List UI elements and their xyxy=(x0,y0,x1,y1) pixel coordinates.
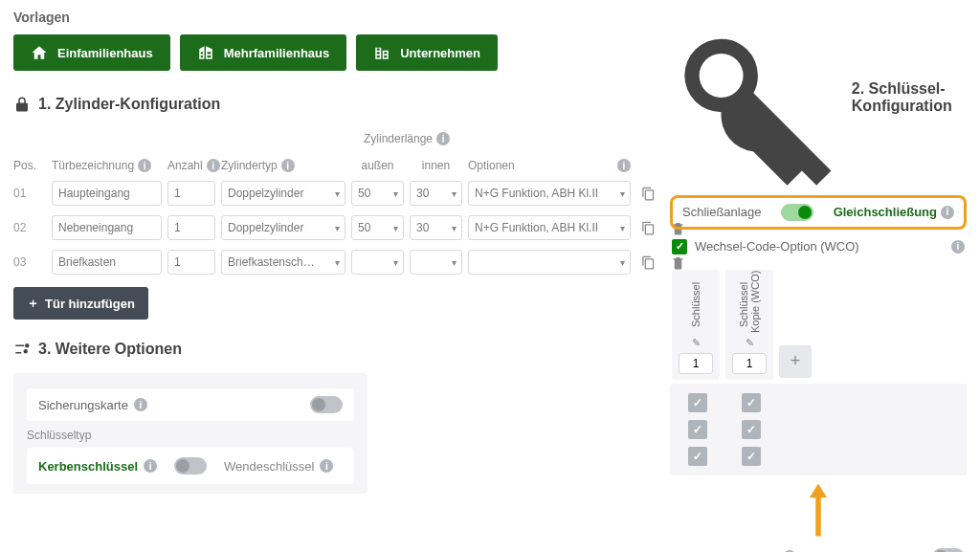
wco-label: Wechsel-Code-Option (WCO) xyxy=(695,239,859,254)
key-icon xyxy=(670,10,846,186)
mode-toggle-row: Schließanlage Gleichschließungi xyxy=(670,195,967,230)
qty-input[interactable] xyxy=(167,215,215,240)
options-select[interactable] xyxy=(468,250,631,275)
matrix-checkbox[interactable] xyxy=(742,447,761,466)
cylinder-table: Zylinderlängei Pos. Türbezeichnungi Anza… xyxy=(13,128,658,279)
step2-header: 2. Schlüssel-Konfiguration xyxy=(670,10,967,186)
row-pos: 02 xyxy=(13,221,46,234)
info-icon[interactable]: i xyxy=(320,459,333,473)
length-group-label: Zylinderlängei xyxy=(351,132,462,145)
mode-schlieSSanlage[interactable]: Schließanlage xyxy=(682,205,761,219)
key-col-label: Schlüssel Kopie (WCO) xyxy=(738,276,761,333)
security-card-label: Sicherungskarte xyxy=(38,398,128,412)
template-label: Mehrfamilienhaus xyxy=(224,46,330,60)
inner-select[interactable] xyxy=(410,181,462,206)
template-btn-mehrfamilienhaus[interactable]: Mehrfamilienhaus xyxy=(180,34,347,71)
key-qty-input-2[interactable] xyxy=(732,353,767,374)
sliders-icon xyxy=(13,341,31,358)
key-col-wco: Schlüssel Kopie (WCO) ✎ xyxy=(725,270,773,380)
table-row: 01 xyxy=(13,176,658,210)
matrix-checkbox[interactable] xyxy=(688,393,707,412)
matrix-checkbox[interactable] xyxy=(742,420,761,439)
th-pos: Pos. xyxy=(13,159,46,172)
table-row: 03 xyxy=(13,245,658,279)
add-door-label: Tür hinzufügen xyxy=(45,297,135,311)
key-col-schluessel: Schlüssel ✎ xyxy=(672,270,720,380)
key-matrix: Schlüssel ✎ Schlüssel Kopie (WCO) ✎ + xyxy=(670,266,967,475)
copy-row-button[interactable] xyxy=(636,185,660,203)
copy-row-button[interactable] xyxy=(636,254,660,272)
add-door-button[interactable]: ＋ Tür hinzufügen xyxy=(13,287,148,320)
outer-select[interactable] xyxy=(351,250,404,275)
template-btn-unternehmen[interactable]: Unternehmen xyxy=(356,34,498,71)
matrix-checkbox[interactable] xyxy=(742,393,761,412)
matrix-checkbox[interactable] xyxy=(688,447,707,466)
info-icon[interactable]: i xyxy=(951,240,965,254)
keytype-label: Schlüsseltyp xyxy=(27,429,354,442)
info-icon[interactable]: i xyxy=(281,159,295,172)
cylinder-type-select[interactable] xyxy=(221,181,345,206)
key-qty-input-1[interactable] xyxy=(679,353,713,374)
outer-select[interactable] xyxy=(351,215,404,240)
info-icon[interactable]: i xyxy=(617,159,631,172)
row-pos: 01 xyxy=(13,187,46,200)
lock-icon xyxy=(13,96,31,113)
building-icon xyxy=(197,44,214,61)
matrix-row xyxy=(672,416,965,443)
qty-input[interactable] xyxy=(167,250,215,275)
inner-select[interactable] xyxy=(410,250,462,275)
door-name-input[interactable] xyxy=(52,250,162,275)
door-name-input[interactable] xyxy=(52,215,162,240)
inner-select[interactable] xyxy=(410,215,462,240)
key-col-label: Schlüssel xyxy=(690,276,702,333)
options-box: Sicherungskartei Schlüsseltyp Kerbenschl… xyxy=(13,373,368,494)
matrix-row xyxy=(672,389,965,416)
th-options: Optioneni xyxy=(468,159,631,172)
options-select[interactable] xyxy=(468,215,631,240)
th-qty: Anzahli xyxy=(167,159,215,172)
door-name-input[interactable] xyxy=(52,181,162,206)
matrix-checkbox[interactable] xyxy=(688,420,707,439)
copy-row-button[interactable] xyxy=(636,219,660,237)
qty-input[interactable] xyxy=(167,181,215,206)
plus-icon: ＋ xyxy=(27,295,39,312)
keytype-toggle[interactable] xyxy=(174,457,207,475)
options-select[interactable] xyxy=(468,181,631,206)
mode-gleichschliessung[interactable]: Gleichschließung xyxy=(834,205,937,219)
info-icon[interactable]: i xyxy=(207,159,220,172)
farbkappe-row: Farbkappe/Farbpini xyxy=(670,539,967,552)
step3-header: 3. Weitere Optionen xyxy=(13,341,658,358)
add-key-column-button[interactable]: + xyxy=(779,345,812,378)
row-pos: 03 xyxy=(13,255,46,269)
templates-row: Einfamilienhaus Mehrfamilienhaus Unterne… xyxy=(13,34,658,71)
info-icon[interactable]: i xyxy=(436,132,450,145)
cylinder-type-select[interactable] xyxy=(221,215,345,240)
th-door: Türbezeichnungi xyxy=(52,159,162,172)
pencil-icon[interactable]: ✎ xyxy=(692,337,701,349)
step1-header: 1. Zylinder-Konfiguration xyxy=(13,96,658,113)
table-row: 02 xyxy=(13,210,658,245)
farbkappe-toggle[interactable] xyxy=(932,548,965,552)
outer-select[interactable] xyxy=(351,181,404,206)
keytype-row: Kerbenschlüsseli Wendeschlüsseli xyxy=(27,448,354,484)
cylinder-type-select[interactable] xyxy=(221,250,345,275)
template-label: Unternehmen xyxy=(400,46,480,60)
info-icon[interactable]: i xyxy=(138,159,151,172)
th-inner: innen xyxy=(410,159,462,172)
pencil-icon[interactable]: ✎ xyxy=(746,337,754,349)
template-btn-einfamilienhaus[interactable]: Einfamilienhaus xyxy=(13,34,170,71)
security-card-toggle[interactable] xyxy=(310,396,343,413)
company-icon xyxy=(373,44,390,61)
info-icon[interactable]: i xyxy=(941,206,954,219)
highlight-arrow xyxy=(670,481,967,539)
info-icon[interactable]: i xyxy=(134,398,147,411)
mode-toggle[interactable] xyxy=(781,204,813,221)
matrix-row xyxy=(672,443,965,470)
keytype-b[interactable]: Wendeschlüssel xyxy=(224,459,314,474)
info-icon[interactable]: i xyxy=(144,459,157,473)
templates-title: Vorlagen xyxy=(13,10,658,25)
keytype-a[interactable]: Kerbenschlüssel xyxy=(38,459,138,474)
wco-checkbox[interactable] xyxy=(672,239,687,254)
th-type: Zylindertypi xyxy=(221,159,345,172)
template-label: Einfamilienhaus xyxy=(57,46,153,60)
